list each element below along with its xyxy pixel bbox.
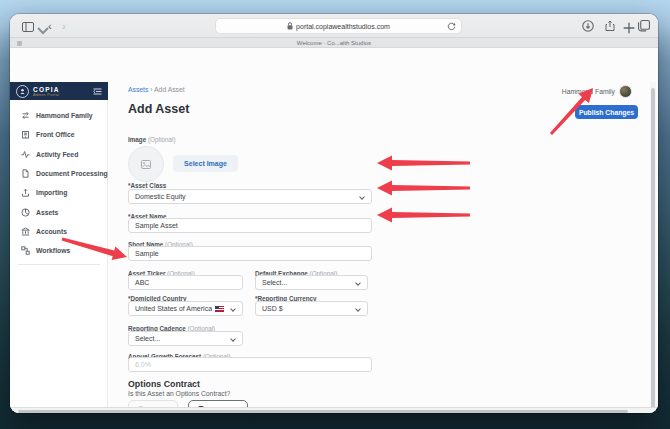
upload-icon	[21, 188, 30, 197]
sidebar-item-label: Hammond Family	[36, 112, 93, 119]
options-contract-question: Is this Asset an Options Contract?	[128, 390, 230, 397]
lock-icon	[287, 22, 293, 30]
browser-window: ‹ › portal.copiawealthstudios.com	[10, 14, 658, 413]
account-name: Hammond Family	[562, 88, 615, 95]
chevron-down-icon	[230, 336, 236, 342]
downloads-icon[interactable]	[582, 20, 594, 32]
main-panel: Assets › Add Asset Hammond Family Add As…	[108, 82, 650, 413]
asset-class-label: *Asset Class	[128, 182, 166, 189]
breadcrumb-separator: ›	[150, 86, 152, 93]
horizontal-scrollbar[interactable]	[10, 407, 658, 413]
sidebar-item-label: Front Office	[36, 131, 75, 138]
us-flag-icon	[215, 306, 224, 312]
app-sidebar: COPIA Admin Portal Hammond	[10, 82, 108, 413]
building-icon	[21, 130, 30, 139]
breadcrumb-current: Add Asset	[154, 86, 185, 93]
share-icon[interactable]	[604, 20, 616, 32]
reporting-currency-select[interactable]: USD $	[255, 301, 368, 316]
select-image-button[interactable]: Select Image	[173, 155, 238, 172]
publish-changes-button[interactable]: Publish Changes	[575, 105, 638, 119]
asset-name-input[interactable]: Sample Asset	[128, 218, 372, 233]
activity-icon	[21, 150, 30, 159]
annual-growth-input[interactable]: 6.0%	[128, 357, 372, 372]
account-switcher[interactable]: Hammond Family	[562, 85, 632, 98]
sidebar-item-activity-feed[interactable]: Activity Feed	[10, 145, 108, 164]
brand-header: COPIA Admin Portal	[10, 82, 108, 100]
sidebar-item-label: Document Processing	[36, 170, 108, 177]
options-contract-title: Options Contract	[128, 379, 200, 389]
reload-icon[interactable]	[447, 22, 456, 31]
image-icon	[141, 160, 151, 169]
tab-overview-icon[interactable]	[638, 20, 650, 32]
sidebar-item-label: Workflows	[36, 247, 70, 254]
back-button[interactable]: ‹	[48, 20, 60, 32]
sidebar-item-assets[interactable]: Assets	[10, 203, 108, 222]
page-title: Add Asset	[128, 102, 189, 116]
reporting-cadence-select[interactable]: Select...	[128, 331, 243, 346]
brand-name: COPIA	[33, 86, 60, 93]
sidebar-item-label: Importing	[36, 189, 67, 196]
vertical-scrollbar[interactable]	[650, 82, 656, 413]
sidebar-item-workflows[interactable]: Workflows	[10, 241, 108, 260]
domiciled-country-select[interactable]: United States of America	[128, 301, 243, 316]
sidebar-item-label: Accounts	[36, 228, 67, 235]
collapse-sidebar-icon[interactable]	[93, 88, 102, 95]
pie-chart-icon	[21, 208, 30, 217]
chevron-down-icon	[355, 306, 361, 312]
sidebar-item-importing[interactable]: Importing	[10, 183, 108, 202]
web-app: COPIA Admin Portal Hammond	[10, 48, 658, 407]
sidebar-item-front-office[interactable]: Front Office	[10, 125, 108, 144]
asset-ticker-input[interactable]: ABC	[128, 275, 243, 290]
workflow-icon	[21, 246, 30, 255]
new-tab-icon[interactable]	[623, 22, 635, 34]
account-avatar	[619, 85, 632, 98]
breadcrumb: Assets › Add Asset	[128, 86, 185, 93]
tab-bar: Welcome · Co...alth Studios	[10, 38, 658, 48]
short-name-input[interactable]: Sample	[128, 246, 372, 261]
default-exchange-select[interactable]: Select...	[255, 275, 368, 290]
swap-arrows-icon	[21, 111, 30, 120]
breadcrumb-assets-link[interactable]: Assets	[128, 86, 148, 93]
image-placeholder[interactable]	[128, 146, 164, 182]
asset-class-select[interactable]: Domestic Equity	[128, 189, 372, 204]
brand-subtitle: Admin Portal	[33, 93, 60, 97]
address-bar[interactable]: portal.copiawealthstudios.com	[215, 18, 462, 34]
copia-logo-icon	[16, 85, 29, 98]
chevron-down-icon	[359, 194, 365, 200]
bank-icon	[21, 227, 30, 236]
sidebar-item-document-processing[interactable]: Document Processing	[10, 164, 108, 183]
tab-title[interactable]: Welcome · Co...alth Studios	[10, 40, 658, 46]
image-label: Image (Optional)	[128, 136, 176, 143]
sidebar-item-accounts[interactable]: Accounts	[10, 222, 108, 241]
sidebar-item-label: Assets	[36, 209, 58, 216]
sidebar-item-hammond-family[interactable]: Hammond Family	[10, 106, 108, 125]
desktop: ‹ › portal.copiawealthstudios.com	[0, 0, 670, 429]
url-text: portal.copiawealthstudios.com	[296, 23, 390, 30]
chevron-down-icon	[230, 306, 236, 312]
sidebar-item-label: Activity Feed	[36, 151, 78, 158]
forward-button[interactable]: ›	[62, 20, 74, 32]
document-icon	[21, 169, 30, 178]
sidebar-toggle-icon[interactable]	[22, 21, 34, 33]
chevron-down-icon	[355, 280, 361, 286]
browser-toolbar: ‹ › portal.copiawealthstudios.com	[10, 14, 658, 38]
sidebar-divider	[18, 264, 100, 265]
